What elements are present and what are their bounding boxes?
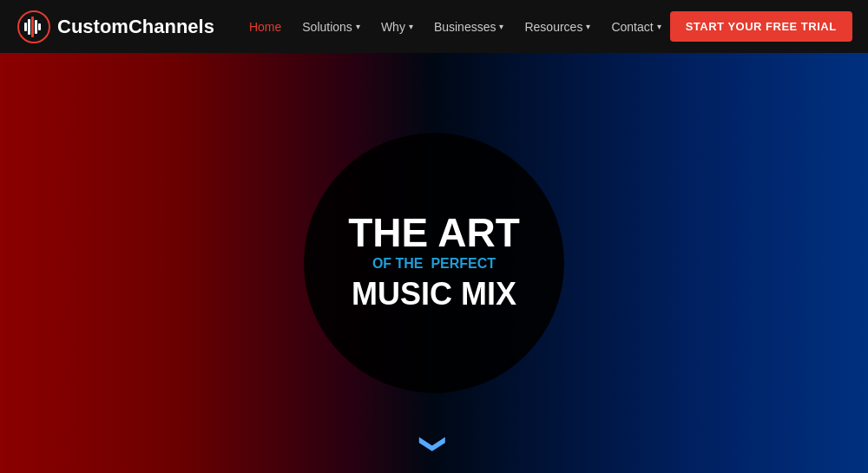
chevron-down-icon: ▾	[657, 22, 661, 31]
svg-rect-3	[31, 16, 34, 37]
svg-rect-4	[35, 20, 37, 34]
hero: THE ART OF THE PERFECT MUSIC MIX ❯	[0, 53, 868, 473]
hero-title-line3: MUSIC MIX	[352, 275, 516, 312]
svg-rect-5	[38, 23, 41, 30]
hero-title-line2: OF THE PERFECT	[372, 256, 496, 272]
nav-item-businesses[interactable]: Businesses ▾	[425, 15, 513, 39]
hero-title-line1: THE ART	[348, 213, 520, 253]
nav-item-why[interactable]: Why ▾	[372, 15, 422, 39]
nav-links: Home Solutions ▾ Why ▾ Businesses ▾ Reso…	[240, 15, 670, 39]
chevron-down-icon: ▾	[409, 22, 413, 31]
svg-rect-2	[28, 19, 30, 35]
logo-text: CustomChannels	[57, 16, 214, 38]
cta-button[interactable]: START YOUR FREE TRIAL	[670, 11, 852, 42]
chevron-down-icon: ▾	[586, 22, 590, 31]
nav-item-resources[interactable]: Resources ▾	[516, 15, 599, 39]
chevron-down-icon: ▾	[356, 22, 360, 31]
svg-rect-1	[24, 23, 27, 31]
navbar: CustomChannels Home Solutions ▾ Why ▾ Bu…	[0, 0, 868, 53]
logo-icon	[17, 10, 50, 43]
nav-item-contact[interactable]: Contact ▾	[602, 15, 669, 39]
scroll-chevron[interactable]: ❯	[419, 433, 450, 455]
nav-item-solutions[interactable]: Solutions ▾	[293, 15, 369, 39]
hero-center-circle: THE ART OF THE PERFECT MUSIC MIX	[304, 133, 564, 393]
logo[interactable]: CustomChannels	[17, 10, 214, 43]
chevron-down-icon: ▾	[499, 22, 503, 31]
nav-item-home[interactable]: Home	[240, 15, 290, 39]
